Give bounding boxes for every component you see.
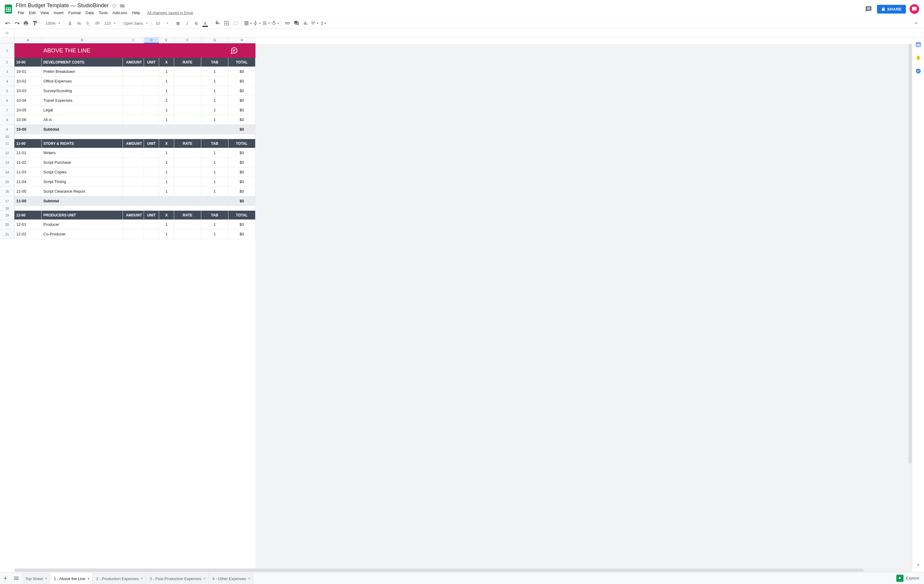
cell[interactable] (228, 134, 256, 139)
cell[interactable]: 1 (159, 67, 174, 76)
cell[interactable]: TAB (201, 139, 228, 148)
italic-icon[interactable]: I (183, 19, 191, 27)
cell[interactable] (174, 229, 201, 239)
cell[interactable]: TOTAL (228, 58, 256, 67)
share-button[interactable]: SHARE (877, 5, 906, 13)
cell[interactable]: 12-01 (15, 220, 41, 229)
document-title[interactable]: FIlm Budget Template — StudioBinder (16, 2, 109, 9)
cell[interactable] (144, 125, 159, 134)
cell[interactable]: Legal (41, 105, 123, 115)
cell[interactable]: 1 (201, 86, 228, 96)
vertical-scrollbar[interactable] (908, 44, 912, 568)
cell[interactable]: Writers (41, 148, 123, 158)
font-size-select[interactable]: 10▼ (153, 19, 170, 27)
cell[interactable]: 11-05 (15, 187, 41, 196)
cell[interactable]: 11-00 (15, 196, 41, 206)
cell[interactable]: RATE (174, 139, 201, 148)
cell[interactable]: Co-Producer (41, 229, 123, 239)
cell[interactable]: 11-01 (15, 148, 41, 158)
hangouts-icon[interactable] (909, 4, 919, 14)
cell[interactable]: $0 (228, 148, 256, 158)
cell[interactable]: $0 (228, 177, 256, 187)
undo-icon[interactable] (3, 19, 12, 27)
cell[interactable] (174, 220, 201, 229)
menu-file[interactable]: File (16, 9, 26, 16)
cell[interactable] (123, 43, 144, 58)
cell[interactable]: AMOUNT (123, 58, 144, 67)
cell[interactable]: $0 (228, 167, 256, 177)
cell[interactable] (144, 177, 159, 187)
cell[interactable] (123, 220, 144, 229)
cell[interactable] (174, 43, 201, 58)
currency-icon[interactable]: $ (66, 19, 74, 27)
borders-icon[interactable] (222, 19, 231, 27)
cell[interactable]: TAB (201, 211, 228, 220)
cell[interactable]: 1 (159, 229, 174, 239)
tasks-icon[interactable] (915, 68, 921, 74)
rotate-icon[interactable]: ▼ (271, 19, 279, 27)
menu-edit[interactable]: Edit (27, 9, 38, 16)
cell[interactable] (159, 134, 174, 139)
cell[interactable] (123, 67, 144, 76)
functions-icon[interactable]: Σ▼ (319, 19, 328, 27)
spreadsheet-grid[interactable]: ABCDEFGH1ABOVE THE LINE210-00DEVELOPMENT… (0, 37, 912, 572)
comments-button[interactable] (864, 4, 873, 14)
cell[interactable]: Script Purchase (41, 158, 123, 167)
cell[interactable] (174, 125, 201, 134)
menu-tools[interactable]: Tools (96, 9, 110, 16)
cell[interactable]: 1 (201, 220, 228, 229)
menu-help[interactable]: Help (130, 9, 142, 16)
add-sheet-button[interactable] (0, 573, 11, 584)
cell[interactable] (174, 196, 201, 206)
cell[interactable]: 1 (201, 76, 228, 86)
row-header[interactable]: 14 (0, 167, 15, 177)
cell[interactable] (174, 134, 201, 139)
cell[interactable] (123, 76, 144, 86)
cell[interactable] (123, 187, 144, 196)
cell[interactable] (144, 43, 159, 58)
cell[interactable] (201, 196, 228, 206)
cell[interactable] (41, 206, 123, 211)
sheet-tab[interactable]: 2 - Production Expenses▼ (92, 573, 146, 584)
sheet-tab[interactable]: Top Sheet▼ (22, 573, 50, 584)
col-header-F[interactable]: F (174, 37, 201, 43)
cell[interactable]: $0 (228, 196, 256, 206)
cell[interactable] (144, 76, 159, 86)
chart-icon[interactable] (301, 19, 310, 27)
row-header[interactable]: 1 (0, 43, 15, 58)
percent-icon[interactable]: % (75, 19, 83, 27)
cell[interactable]: 12-02 (15, 229, 41, 239)
cell[interactable]: 1 (201, 105, 228, 115)
cell[interactable]: 1 (159, 158, 174, 167)
cell[interactable]: 10-06 (15, 115, 41, 125)
cell[interactable]: 11-00 (15, 139, 41, 148)
cell[interactable] (174, 187, 201, 196)
fill-color-icon[interactable] (213, 19, 222, 27)
cell[interactable]: AMOUNT (123, 139, 144, 148)
cell[interactable]: X (159, 211, 174, 220)
cell[interactable]: 11-03 (15, 167, 41, 177)
row-header[interactable]: 16 (0, 187, 15, 196)
cell[interactable]: $0 (228, 229, 256, 239)
cell[interactable] (201, 43, 228, 58)
cell[interactable]: $0 (228, 96, 256, 105)
cell[interactable] (123, 134, 144, 139)
cell[interactable] (144, 67, 159, 76)
cell[interactable]: 1 (201, 67, 228, 76)
cell[interactable] (174, 167, 201, 177)
wrap-icon[interactable]: ▼ (262, 19, 270, 27)
formula-input[interactable] (15, 29, 924, 37)
col-header-H[interactable]: H (228, 37, 256, 43)
row-header[interactable]: 19 (0, 211, 15, 220)
cell[interactable] (123, 115, 144, 125)
cell[interactable] (144, 105, 159, 115)
cell[interactable]: Prelim Breakdown (41, 67, 123, 76)
cell[interactable] (174, 76, 201, 86)
cell[interactable] (15, 43, 41, 58)
row-header[interactable]: 8 (0, 115, 15, 125)
cell[interactable]: 1 (201, 177, 228, 187)
cell[interactable] (174, 158, 201, 167)
cell[interactable] (144, 96, 159, 105)
cell[interactable]: $0 (228, 105, 256, 115)
v-align-icon[interactable]: ▼ (253, 19, 261, 27)
